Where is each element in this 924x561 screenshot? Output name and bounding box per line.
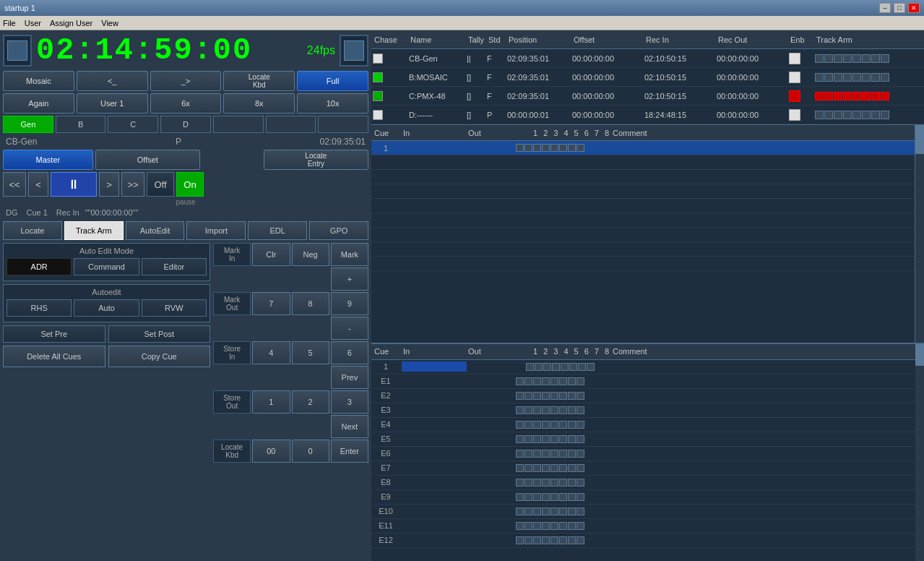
row2-position: 02:09:35:01 [506,92,571,100]
track-e7[interactable] [318,116,368,133]
track-d[interactable]: D [160,116,211,133]
track-arm-3 [815,111,923,119]
mark-out-label[interactable]: MarkOut [213,292,251,315]
transport-area: << < ⏸ > >> Off On [3,172,368,197]
cue-row-selected[interactable]: 1 [371,141,915,155]
store-out-label[interactable]: StoreOut [213,390,251,414]
0-button[interactable]: 0 [292,440,329,463]
menu-assign-user[interactable]: Assign User [50,19,92,27]
rewind2-button[interactable]: << [3,172,26,197]
locate-entry-button[interactable]: LocateEntry [264,150,368,170]
rewind1-button[interactable]: < [28,172,48,197]
status-row: DG Cue 1 Rec In ""00:00:00:00"" [3,207,368,218]
again-button[interactable]: Again [3,93,74,114]
row3-position: 00:00:00:01 [506,111,571,119]
mark-in-label[interactable]: MarkIn [213,243,251,266]
minus-button[interactable]: - [331,317,368,340]
cue-row-empty [371,213,915,228]
8x-button[interactable]: 8x [223,93,295,114]
locate-kbd-button[interactable]: LocateKbd [223,71,295,91]
close-button[interactable]: ✕ [908,3,920,13]
cue-col-in: In [403,129,468,137]
import-button[interactable]: Import [186,221,246,240]
gpo-button[interactable]: GPO [309,221,368,240]
rvw-button[interactable]: RVW [142,299,207,317]
track-e6[interactable] [266,116,316,133]
track-gen[interactable]: Gen [3,116,53,133]
auto-button[interactable]: Auto [74,299,139,317]
on-button[interactable]: On [176,172,204,197]
tc-box-right [340,35,368,67]
right-angle-button[interactable]: _> [150,71,222,91]
scrollbar-bottom[interactable] [915,344,924,562]
auto-edit-button[interactable]: AutoEdit [126,221,185,240]
editor-button[interactable]: Editor [142,258,207,275]
store-in-label[interactable]: StoreIn [213,341,251,364]
user1-button[interactable]: User 1 [77,93,148,114]
row1-position: 02:09:35:01 [506,73,571,82]
bottom-cue-row-1[interactable]: 1 [371,360,915,374]
plus-button[interactable]: + [331,267,368,291]
off-button[interactable]: Off [147,172,174,197]
master-button[interactable]: Master [3,150,93,170]
forward1-button[interactable]: > [99,172,119,197]
7-button[interactable]: 7 [252,292,290,315]
cue-list-top: Cue In Out 12345678 Comment 1 [371,125,915,343]
enter-button[interactable]: Enter [331,440,368,463]
full-button[interactable]: Full [297,71,368,91]
menu-view[interactable]: View [101,19,118,27]
copy-cue-button[interactable]: Copy Cue [108,346,211,367]
edl-button[interactable]: EDL [248,221,307,240]
9-button[interactable]: 9 [331,292,368,315]
10x-button[interactable]: 10x [297,93,368,114]
5-button[interactable]: 5 [292,341,329,364]
track-arm-2 [815,92,923,100]
3-button[interactable]: 3 [331,390,368,414]
6x-button[interactable]: 6x [150,93,222,114]
menu-file[interactable]: File [3,19,16,27]
cue-col-out: Out [468,129,533,137]
delete-all-cues-button[interactable]: Delete All Cues [3,346,105,367]
menu-user[interactable]: User [25,19,41,27]
next-button[interactable]: Next [331,415,368,438]
set-post-button[interactable]: Set Post [108,325,211,343]
track-arm-1 [815,73,923,82]
cue-col-cue: Cue [374,129,403,137]
play-pause-button[interactable]: ⏸ [51,172,97,197]
bcue-num-1: 1 [371,362,400,371]
locate-kbd-numpad-label[interactable]: LocateKbd [213,440,251,463]
clr-button[interactable]: Clr [252,243,290,266]
set-pre-button[interactable]: Set Pre [3,325,105,343]
left-angle-button[interactable]: <_ [77,71,148,91]
scrollbar-top[interactable] [915,125,924,343]
maximize-button[interactable]: □ [894,3,905,13]
2-button[interactable]: 2 [292,390,329,414]
track-arm-button[interactable]: Track Arm [64,221,124,240]
00-button[interactable]: 00 [252,440,290,463]
bcue-col-comment: Comment [613,347,912,356]
track-c[interactable]: C [108,116,158,133]
timecode-area: 02:14:59:00 24fps [3,33,368,68]
autoedit-panel: Autoedit RHS Auto RVW [3,284,210,322]
mark-button[interactable]: Mark [331,243,368,266]
offset-button[interactable]: Offset [95,150,200,170]
prev-button[interactable]: Prev [331,366,368,389]
track-b[interactable]: B [56,116,106,133]
8-button[interactable]: 8 [292,292,329,315]
command-button[interactable]: Command [74,258,139,275]
mosaic-button[interactable]: Mosaic [3,71,74,91]
neg-button[interactable]: Neg [292,243,329,266]
minimize-button[interactable]: – [879,3,891,13]
menubar: File User Assign User View [0,16,924,30]
track-e5[interactable] [213,116,264,133]
6-button[interactable]: 6 [331,341,368,364]
1-button[interactable]: 1 [252,390,290,414]
rhs-button[interactable]: RHS [7,299,72,317]
row0-position: 02:09:35:01 [506,54,571,63]
adr-button[interactable]: ADR [7,258,72,275]
locate-func-button[interactable]: Locate [3,221,62,240]
4-button[interactable]: 4 [252,341,290,364]
row0-name: CB-Gen [407,54,465,63]
forward2-button[interactable]: >> [121,172,144,197]
bcue-e10: E10 [371,507,400,515]
